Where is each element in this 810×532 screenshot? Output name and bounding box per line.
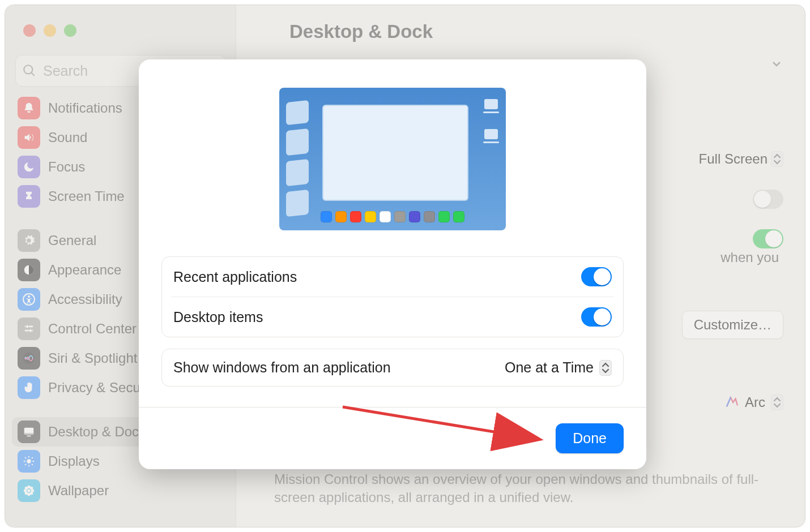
bg-fullscreen-select[interactable]: Full Screen [699, 151, 783, 167]
sidebar-item-label: Desktop & Dock [48, 424, 146, 440]
displays-icon [18, 450, 40, 473]
sidebar-item-label: Screen Time [48, 188, 125, 204]
sidebar-item-label: Focus [48, 159, 85, 175]
svg-point-29 [25, 492, 28, 495]
recent-applications-label: Recent applications [173, 269, 297, 285]
sidebar-item-wallpaper[interactable]: Wallpaper [12, 476, 229, 505]
desktopdock-icon [18, 421, 40, 443]
sidebar-item-label: Control Center [48, 321, 137, 337]
row-recent-applications: Recent applications [162, 257, 623, 297]
bg-toggle-2[interactable] [753, 229, 783, 248]
wallpaper-icon [18, 479, 40, 502]
recent-applications-toggle[interactable] [581, 267, 612, 286]
svg-point-13 [27, 459, 31, 463]
svg-line-20 [25, 464, 26, 465]
sidebar-item-label: Notifications [48, 100, 122, 116]
show-windows-select[interactable]: One at a Time [505, 359, 612, 376]
fullscreen-label: Full Screen [699, 151, 768, 167]
svg-point-27 [25, 487, 28, 490]
bg-toggle-1[interactable] [753, 190, 783, 209]
svg-rect-11 [24, 433, 34, 435]
svg-line-19 [32, 464, 33, 465]
minimize-window-button[interactable] [44, 24, 56, 37]
accessibility-icon [18, 288, 40, 311]
row-desktop-items: Desktop items [162, 297, 623, 337]
sound-icon [18, 126, 40, 149]
bg-when-you-text: when you [721, 250, 779, 265]
stage-manager-sheet: Recent applications Desktop items Show w… [139, 59, 646, 469]
sidebar-item-label: Wallpaper [48, 483, 109, 499]
desktop-items-toggle[interactable] [581, 307, 612, 327]
focus-icon [18, 156, 40, 178]
svg-point-4 [28, 295, 30, 298]
chevron-down-icon [770, 57, 783, 71]
svg-point-7 [26, 325, 29, 328]
stage-manager-illustration [279, 88, 506, 230]
bg-arc-select[interactable]: Arc [724, 394, 783, 410]
mission-control-description: Mission Control shows an overview of you… [274, 470, 781, 507]
updown-icon [771, 151, 783, 167]
sheet-footer: Done [139, 407, 646, 469]
svg-point-0 [24, 65, 32, 74]
close-window-button[interactable] [23, 24, 36, 37]
sidebar-item-label: Siri & Spotlight [48, 350, 137, 366]
stage-manager-options-card: Recent applications Desktop items [161, 256, 624, 337]
sidebar-item-label: Displays [48, 453, 100, 469]
notifications-icon [18, 97, 40, 119]
sidebar-item-label: General [48, 233, 96, 248]
search-icon [22, 63, 37, 78]
svg-point-22 [27, 489, 31, 492]
page-title: Desktop & Dock [289, 21, 786, 42]
desktop-items-label: Desktop items [173, 309, 263, 325]
svg-line-21 [32, 457, 33, 458]
sidebar-item-label: Accessibility [48, 291, 122, 307]
sidebar-item-label: Appearance [48, 262, 121, 278]
bg-top-dropdown[interactable] [770, 57, 783, 71]
appearance-icon [18, 259, 40, 281]
zoom-window-button[interactable] [64, 24, 76, 37]
svg-line-1 [31, 72, 34, 75]
done-button[interactable]: Done [556, 423, 624, 453]
siri-icon [18, 347, 40, 370]
svg-point-28 [30, 487, 33, 490]
customize-button[interactable]: Customize… [682, 311, 783, 339]
window-controls [5, 16, 236, 37]
show-windows-label: Show windows from an application [173, 359, 391, 376]
row-show-windows: Show windows from an application One at … [162, 349, 623, 386]
arc-app-icon [724, 395, 739, 410]
general-icon [18, 229, 40, 252]
controlcenter-icon [18, 318, 40, 340]
svg-line-18 [25, 457, 26, 458]
updown-icon [771, 394, 783, 410]
bg-customize-button-wrap: Customize… [682, 311, 783, 339]
svg-rect-12 [27, 435, 31, 436]
sidebar-item-label: Sound [48, 130, 87, 145]
settings-window: NotificationsSoundFocusScreen TimeGenera… [5, 5, 805, 527]
svg-point-8 [29, 329, 32, 332]
updown-icon [599, 360, 612, 376]
arc-label: Arc [745, 394, 765, 410]
show-windows-value: One at a Time [505, 359, 594, 376]
show-windows-card: Show windows from an application One at … [161, 349, 624, 387]
privacy-icon [18, 376, 40, 399]
svg-point-30 [30, 492, 33, 495]
screentime-icon [18, 185, 40, 208]
sheet-body: Recent applications Desktop items Show w… [139, 59, 646, 407]
